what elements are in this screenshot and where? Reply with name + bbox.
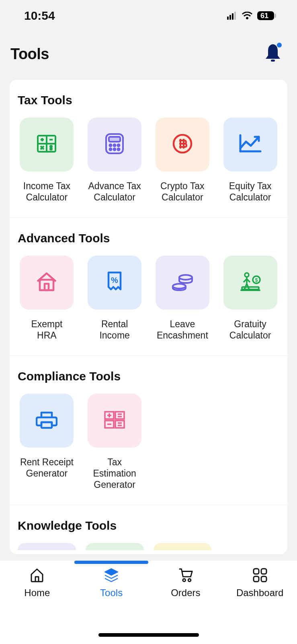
tool-label: Gratuity Calculator xyxy=(229,318,271,341)
tool-crypto-tax-calculator[interactable]: Crypto Tax Calculator xyxy=(154,118,212,203)
page-header: Tools xyxy=(0,27,297,75)
nav-dashboard[interactable]: Dashboard xyxy=(223,563,297,644)
tool-label: Crypto Tax Calculator xyxy=(160,180,205,203)
svg-text:$: $ xyxy=(255,277,258,283)
svg-point-34 xyxy=(245,273,249,277)
signal-icon xyxy=(227,9,238,23)
bottom-nav: Home Tools Orders xyxy=(0,561,297,644)
tool-rent-receipt-generator[interactable]: Rent Receipt Generator xyxy=(18,394,76,490)
tool-income-tax-calculator[interactable]: Income Tax Calculator xyxy=(18,118,76,203)
svg-point-4 xyxy=(246,17,248,19)
section-title-advanced: Advanced Tools xyxy=(18,231,279,245)
tile xyxy=(20,256,74,310)
receipt-icon: % xyxy=(106,271,123,294)
tool-advance-tax-calculator[interactable]: Advance Tax Calculator xyxy=(86,118,144,203)
svg-point-26 xyxy=(114,149,116,151)
svg-point-18 xyxy=(50,148,52,150)
status-right: 61 xyxy=(227,9,277,23)
nav-label: Home xyxy=(24,587,50,599)
section-title-compliance: Compliance Tools xyxy=(18,369,279,383)
svg-rect-6 xyxy=(274,14,276,18)
svg-rect-48 xyxy=(115,421,124,428)
tile xyxy=(223,118,277,171)
section-tax-tools: Tax Tools xyxy=(10,80,287,218)
tool-label: Income Tax Calculator xyxy=(23,180,70,203)
svg-rect-43 xyxy=(115,412,124,419)
cart-icon xyxy=(178,567,194,583)
home-indicator xyxy=(98,633,199,637)
svg-rect-57 xyxy=(261,576,266,582)
tool-label: Rent Receipt Generator xyxy=(20,456,74,479)
nav-indicator xyxy=(74,561,148,564)
house-icon xyxy=(36,272,57,293)
calculator-icon xyxy=(104,132,125,157)
tool-leave-encashment[interactable]: Leave Encashment xyxy=(154,256,212,341)
svg-point-25 xyxy=(110,149,112,151)
svg-rect-7 xyxy=(271,60,275,62)
svg-point-33 xyxy=(179,275,192,280)
tile xyxy=(20,118,74,171)
coins-icon xyxy=(171,272,194,293)
page-title: Tools xyxy=(10,45,49,63)
tile xyxy=(88,394,141,448)
printer-icon xyxy=(36,410,57,431)
svg-point-52 xyxy=(183,579,186,582)
tool-knowledge-1[interactable] xyxy=(18,543,76,550)
tools-scroll[interactable]: Tax Tools xyxy=(0,80,297,561)
tool-knowledge-2[interactable] xyxy=(86,543,144,550)
calculator-simple-icon xyxy=(35,132,58,157)
svg-rect-56 xyxy=(254,576,259,582)
svg-point-53 xyxy=(188,579,191,582)
svg-point-23 xyxy=(114,144,116,147)
tool-tax-estimation-generator[interactable]: Tax Estimation Generator xyxy=(86,394,144,490)
notifications-button[interactable] xyxy=(263,43,283,65)
tool-label: Exempt HRA xyxy=(31,318,62,341)
tile xyxy=(20,394,74,448)
nav-label: Orders xyxy=(171,587,200,599)
tool-knowledge-3[interactable] xyxy=(154,543,212,550)
tool-label: Rental Income xyxy=(99,318,129,341)
tool-label: Tax Estimation Generator xyxy=(86,456,144,490)
section-advanced-tools: Advanced Tools Exempt HRA xyxy=(10,218,287,356)
section-title-tax: Tax Tools xyxy=(18,93,279,107)
tool-equity-tax-calculator[interactable]: Equity Tax Calculator xyxy=(221,118,279,203)
tool-label: Equity Tax Calculator xyxy=(229,180,272,203)
svg-rect-3 xyxy=(234,12,236,20)
nav-orders[interactable]: Orders xyxy=(149,563,223,644)
svg-rect-0 xyxy=(227,17,229,20)
svg-point-17 xyxy=(50,146,52,147)
svg-rect-29 xyxy=(40,280,53,290)
tile xyxy=(156,256,209,310)
section-title-knowledge: Knowledge Tools xyxy=(18,519,279,533)
svg-point-27 xyxy=(118,149,120,151)
svg-point-24 xyxy=(118,144,120,147)
person-money-icon: $ xyxy=(239,272,262,293)
svg-rect-30 xyxy=(45,284,49,290)
battery-icon: 61 xyxy=(257,11,277,21)
tool-label: Advance Tax Calculator xyxy=(88,180,141,203)
status-bar: 10:54 61 xyxy=(0,0,297,27)
svg-rect-55 xyxy=(261,569,266,574)
tool-gratuity-calculator[interactable]: $ Gratuity Calculator xyxy=(221,256,279,341)
svg-rect-2 xyxy=(232,13,234,20)
tile: % xyxy=(88,256,141,310)
chart-line-icon xyxy=(239,134,262,155)
layers-icon xyxy=(103,567,119,583)
tile xyxy=(156,118,209,171)
home-icon xyxy=(29,567,45,583)
tile: $ xyxy=(223,256,277,310)
svg-rect-1 xyxy=(229,15,231,20)
tool-exempt-hra[interactable]: Exempt HRA xyxy=(18,256,76,341)
nav-tools[interactable]: Tools xyxy=(74,563,149,644)
status-time: 10:54 xyxy=(24,9,55,23)
calculator-grid-icon xyxy=(104,411,125,430)
tool-rental-income[interactable]: % Rental Income xyxy=(86,256,144,341)
svg-text:%: % xyxy=(111,276,118,285)
svg-point-8 xyxy=(277,43,282,47)
tools-card: Tax Tools xyxy=(10,80,287,554)
tool-label: Leave Encashment xyxy=(157,318,208,341)
svg-rect-39 xyxy=(41,422,52,428)
grid-icon xyxy=(252,567,268,583)
nav-home[interactable]: Home xyxy=(0,563,74,644)
svg-point-32 xyxy=(173,284,186,289)
